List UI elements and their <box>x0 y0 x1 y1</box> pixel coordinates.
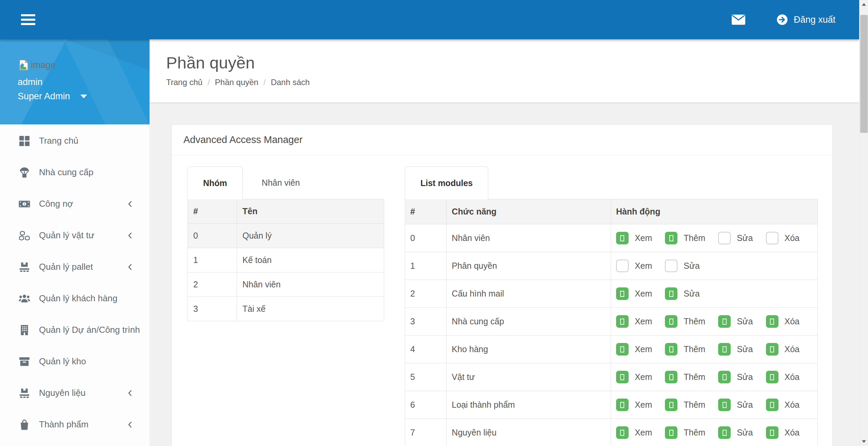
sidebar-toggle-button[interactable] <box>21 12 35 27</box>
missing-glyph-icon <box>669 235 673 241</box>
missing-glyph-icon <box>669 374 673 380</box>
sidebar-item-nha-cung-cap[interactable]: Nhà cung cấp <box>0 157 150 188</box>
permission-xem: Xem <box>616 260 652 272</box>
group-id: 2 <box>188 272 237 297</box>
checkbox-checked[interactable] <box>616 232 629 244</box>
checkbox-checked[interactable] <box>718 426 731 439</box>
chevron-left-icon <box>126 421 134 428</box>
module-id: 0 <box>405 224 447 252</box>
checkbox-checked[interactable] <box>616 426 629 439</box>
checkbox-checked[interactable] <box>718 371 731 383</box>
checkbox-unchecked[interactable] <box>665 260 677 272</box>
permission-them: Thêm <box>665 371 705 383</box>
navbar-right: Đăng xuất <box>716 14 859 25</box>
messages-button[interactable] <box>716 15 761 25</box>
checkbox-checked[interactable] <box>616 287 629 300</box>
checkbox-checked[interactable] <box>616 399 629 411</box>
sidebar-item-quan-ly-khach-hang[interactable]: Quản lý khách hàng <box>0 283 150 314</box>
module-name: Phân quyền <box>447 252 611 280</box>
checkbox-checked[interactable] <box>718 315 731 328</box>
breadcrumb-item-phan-quyen[interactable]: Phần quyền <box>215 78 258 87</box>
checkbox-checked[interactable] <box>766 399 778 411</box>
checkbox-unchecked[interactable] <box>766 232 778 244</box>
permission-label: Xóa <box>785 344 800 354</box>
missing-glyph-icon <box>669 430 673 436</box>
sidebar-item-label: Quản lý vật tư <box>39 230 126 241</box>
chevron-left-icon <box>126 200 134 208</box>
permission-label: Sửa <box>737 428 753 438</box>
group-row-quan-ly[interactable]: 0Quản lý <box>188 224 384 248</box>
checkbox-checked[interactable] <box>665 343 677 356</box>
group-row-ke-toan[interactable]: 1Kế toán <box>188 248 384 272</box>
logout-button[interactable]: Đăng xuất <box>761 14 859 25</box>
missing-glyph-icon <box>723 402 727 408</box>
breadcrumb-item-danh-sach: Danh sách <box>271 78 310 87</box>
page-title: Phần quyền <box>166 54 859 72</box>
user-role-dropdown[interactable]: Super Admin <box>18 91 87 102</box>
permission-sua: Sửa <box>718 232 753 244</box>
checkbox-unchecked[interactable] <box>616 260 629 272</box>
breadcrumb: Trang chủ/Phần quyền/Danh sách <box>166 78 859 87</box>
breadcrumb-separator: / <box>263 78 266 87</box>
checkbox-checked[interactable] <box>616 371 629 383</box>
sidebar-item-cong-no[interactable]: 1Công nợ <box>0 188 150 220</box>
groups-tab-nhan-vien[interactable]: Nhân viên <box>243 166 319 199</box>
sidebar-item-quan-ly-pallet[interactable]: Quản lý pallet <box>0 251 150 283</box>
group-row-nhan-vien[interactable]: 2Nhân viên <box>188 272 384 297</box>
checkbox-checked[interactable] <box>665 426 677 439</box>
sidebar-item-quan-ly-du-an-cong-trinh[interactable]: Quản lý Dự án/Công trình <box>0 314 150 346</box>
checkbox-checked[interactable] <box>665 399 677 411</box>
permission-xoa: Xóa <box>766 315 800 328</box>
groups-tab-nhom[interactable]: Nhóm <box>188 166 243 199</box>
group-row-tai-xe[interactable]: 3Tài xế <box>188 297 384 321</box>
checkbox-checked[interactable] <box>718 399 731 411</box>
page-scrollbar <box>859 0 868 446</box>
missing-glyph-icon <box>620 402 624 408</box>
scroll-down-button[interactable] <box>860 437 868 446</box>
checkbox-checked[interactable] <box>718 343 731 356</box>
scrollbar-thumb[interactable] <box>860 15 868 133</box>
checkbox-checked[interactable] <box>665 287 677 300</box>
missing-glyph-icon <box>620 374 624 380</box>
group-name: Tài xế <box>237 297 384 321</box>
checkbox-checked[interactable] <box>616 315 629 328</box>
permission-xem: Xem <box>616 232 652 244</box>
modules-tab-list-modules[interactable]: List modules <box>405 166 488 199</box>
groups-tabs: NhómNhân viên <box>188 166 384 199</box>
checkbox-checked[interactable] <box>616 343 629 356</box>
svg-text:1: 1 <box>23 202 25 206</box>
checkbox-unchecked[interactable] <box>718 232 731 244</box>
sidebar-item-quan-ly-kho[interactable]: Quản lý kho <box>0 346 150 377</box>
breadcrumb-item-trang-chu[interactable]: Trang chủ <box>166 78 202 87</box>
sidebar-item-thanh-pham[interactable]: Thành phẩm <box>0 409 150 440</box>
column-header-chuc-nang: Chức năng <box>447 199 611 224</box>
missing-glyph-icon <box>723 346 727 352</box>
avatar: image <box>18 59 150 71</box>
hamburger-icon <box>21 14 35 16</box>
checkbox-checked[interactable] <box>766 315 778 328</box>
permission-label: Thêm <box>684 344 705 354</box>
sidebar-item-label: Nhà cung cấp <box>39 167 134 178</box>
scroll-up-button[interactable] <box>860 0 868 9</box>
group-name: Quản lý <box>237 224 384 248</box>
module-row-cau-hinh-mail: 2Cấu hình mailXemSửa <box>405 280 818 308</box>
checkbox-checked[interactable] <box>665 232 677 244</box>
checkbox-checked[interactable] <box>766 371 778 383</box>
modules-panel: List modules #Chức năngHành động0Nhân vi… <box>405 166 818 446</box>
checkbox-checked[interactable] <box>665 315 677 328</box>
sidebar-item-quan-ly-vat-tu[interactable]: Quản lý vật tư <box>0 220 150 251</box>
missing-glyph-icon <box>723 319 727 325</box>
checkbox-checked[interactable] <box>766 426 778 439</box>
sidebar-item-trang-chu[interactable]: Trang chủ <box>0 125 150 157</box>
checkbox-checked[interactable] <box>665 371 677 383</box>
module-actions: XemSửa <box>611 280 817 308</box>
permission-label: Xem <box>635 261 652 271</box>
column-header-hanh-dong: Hành động <box>611 199 817 224</box>
permission-xem: Xem <box>616 287 652 300</box>
permission-label: Sửa <box>684 261 699 271</box>
checkbox-checked[interactable] <box>766 343 778 356</box>
missing-glyph-icon <box>620 291 624 297</box>
sidebar-item-nguyen-lieu[interactable]: Nguyên liệu <box>0 377 150 409</box>
missing-glyph-icon <box>620 235 624 241</box>
permission-sua: Sửa <box>665 260 699 272</box>
